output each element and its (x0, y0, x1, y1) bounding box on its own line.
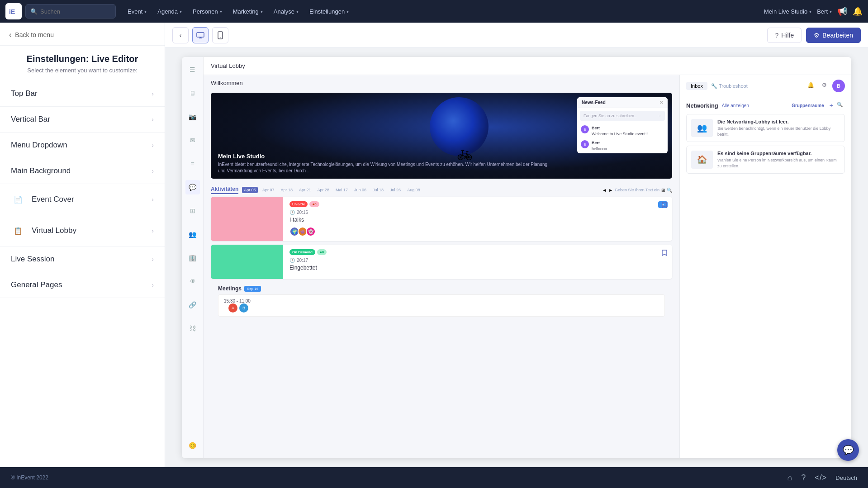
mobile-view-button[interactable] (212, 27, 228, 43)
studio-selector[interactable]: Mein Live Studio ▾ (764, 8, 811, 15)
language-selector[interactable]: Deutsch (835, 474, 857, 481)
code-footer-icon[interactable]: </> (815, 473, 826, 483)
preview-menu-icon[interactable]: ☰ (185, 62, 200, 77)
activities-prev-icon[interactable]: ◄ (602, 188, 607, 193)
menu-event[interactable]: Event ▾ (123, 5, 151, 18)
gruppenraume-tab[interactable]: Gruppenräume (788, 102, 828, 109)
home-footer-icon[interactable]: ⌂ (787, 473, 792, 483)
sidebar-items-list: Top Bar › Vertical Bar › Menu Dropdown ›… (0, 81, 165, 298)
activity-badges-2: On Demand ●0 (289, 249, 666, 255)
menu-einstellungen[interactable]: Einstellungen ▾ (305, 5, 353, 18)
sidebar-item-virtual-lobby[interactable]: 📋 Virtual Lobby › (0, 215, 165, 246)
date-tab-active[interactable]: Apr 05 (242, 187, 258, 193)
preview-building-icon[interactable]: 🏢 (185, 251, 200, 265)
count-badge-2: ●0 (317, 249, 327, 255)
search-box[interactable]: 🔍 (25, 4, 116, 19)
megaphone-icon[interactable]: 📢 (837, 6, 847, 16)
menu-analyse[interactable]: Analyse ▾ (269, 5, 303, 18)
meeting-avatar-1: A (228, 303, 237, 313)
preview-camera-icon[interactable]: 📷 (185, 109, 200, 124)
bug-icon: 🔧 (711, 83, 717, 89)
app-logo: iE (5, 3, 22, 19)
search-input[interactable] (40, 8, 111, 15)
sidebar-title: Einstellungen: Live Editor (0, 46, 165, 67)
sidebar-item-general-pages[interactable]: General Pages › (0, 272, 165, 298)
back-button[interactable]: ‹ (172, 27, 189, 43)
preview-welcome-text: Willkommen (204, 75, 679, 89)
preview-topbar-title: Virtual Lobby (211, 62, 245, 69)
preview-smiley-icon[interactable]: 😊 (185, 438, 200, 453)
activities-text-icon[interactable]: Geben Sie Ihren Text ein (615, 188, 659, 193)
troubleshoot-tab[interactable]: 🔧 Troubleshoot (711, 83, 748, 89)
edit-button[interactable]: ⚙ Bearbeiten (806, 28, 861, 43)
preview-chat-icon[interactable]: 💬 (185, 180, 200, 194)
clock-icon-2: 🕐 (289, 258, 295, 263)
inbox-tab[interactable]: Inbox (686, 82, 707, 90)
top-menu: Event ▾ Agenda ▾ Personen ▾ Marketing ▾ … (123, 5, 353, 18)
networking-link[interactable]: Alle anzeigen (722, 103, 749, 108)
date-tab-9[interactable]: Aug 08 (405, 187, 422, 193)
user-avatar-right[interactable]: B (832, 80, 845, 92)
preview-activities-section: Aktivitäten Apr 05 Apr 07 Apr 13 Apr 21 … (204, 182, 679, 321)
preview-email-icon[interactable]: ✉ (185, 133, 200, 147)
search-room-icon[interactable]: 🔍 (835, 102, 845, 109)
preview-link-icon[interactable]: 🔗 (185, 298, 200, 312)
sidebar-item-main-background[interactable]: Main Background › (0, 158, 165, 184)
sidebar-item-event-cover[interactable]: 📄 Event Cover › (0, 184, 165, 215)
preview-grid-icon[interactable]: ⊞ (185, 204, 200, 218)
date-tab-7[interactable]: Jul 13 (371, 187, 385, 193)
date-tab-8[interactable]: Jul 26 (388, 187, 403, 193)
close-icon[interactable]: ✕ (659, 100, 663, 105)
sidebar-item-menu-dropdown[interactable]: Menu Dropdown › (0, 133, 165, 158)
preview-list-icon[interactable]: ≡ (185, 156, 200, 171)
preview-networking-section: Networking Alle anzeigen Gruppenräume + … (680, 97, 851, 182)
help-footer-icon[interactable]: ? (801, 473, 806, 483)
bottom-right: ⌂ ? </> Deutsch (787, 473, 857, 483)
bell-icon[interactable]: 🔔 (853, 6, 863, 16)
topnav-right: Mein Live Studio ▾ Bert ▾ 📢 🔔 (764, 6, 863, 16)
chevron-right-icon: › (152, 196, 154, 203)
preview-chat-input[interactable]: Fangen Sie an zu schreiben... → (580, 111, 665, 121)
menu-agenda[interactable]: Agenda ▾ (153, 5, 186, 18)
bell-right-icon[interactable]: 🔔 (805, 80, 816, 90)
back-to-menu-button[interactable]: ‹ Back to menu (0, 23, 165, 46)
settings-sidebar: ‹ Back to menu Einstellungen: Live Edito… (0, 23, 165, 467)
live-badge: Live/De (289, 201, 308, 207)
date-tab-2[interactable]: Apr 13 (279, 187, 294, 193)
meeting-avatars: A B (228, 303, 659, 313)
room-info-1: Die Networking-Lobby ist leer. Sie werde… (717, 119, 840, 137)
sidebar-item-topbar[interactable]: Top Bar › (0, 81, 165, 107)
room-thumb-2: 🏠 (691, 151, 713, 169)
user-selector[interactable]: Bert ▾ (817, 8, 832, 15)
chevron-down-icon: ▾ (346, 9, 349, 14)
preview-vertical-bar: ☰ 🖥 📷 ✉ ≡ 💬 ⊞ 👥 🏢 👁 🔗 ⛓ 😊 (182, 57, 204, 458)
copyright-text: ® InEvent 2022 (11, 474, 48, 481)
activities-next-icon[interactable]: ► (608, 188, 613, 193)
sidebar-item-live-session[interactable]: Live Session › (0, 246, 165, 272)
gear-right-icon[interactable]: ⚙ (819, 80, 830, 90)
date-tab-6[interactable]: Jun 06 (352, 187, 368, 193)
chevron-right-icon: › (152, 90, 154, 97)
activities-search-icon[interactable]: 🔍 (667, 188, 672, 193)
menu-personen[interactable]: Personen ▾ (188, 5, 227, 18)
date-tab-4[interactable]: Apr 28 (315, 187, 331, 193)
preview-link2-icon[interactable]: ⛓ (185, 321, 200, 336)
sidebar-item-vertical-bar[interactable]: Vertical Bar › (0, 107, 165, 133)
desktop-view-button[interactable] (192, 27, 209, 43)
add-room-icon[interactable]: + (828, 102, 835, 109)
date-tab-3[interactable]: Apr 21 (297, 187, 313, 193)
help-button[interactable]: ? Hilfe (767, 28, 802, 43)
preview-main: Virtual Lobby Willkommen 🚲 (204, 57, 851, 458)
mini-avatar-3: 👻 (306, 227, 316, 237)
bookmark-icon-1[interactable] (661, 201, 668, 210)
date-tab-5[interactable]: Mai 17 (334, 187, 350, 193)
activities-filter-icon[interactable]: ⊞ (661, 188, 665, 193)
preview-people-icon[interactable]: 👥 (185, 227, 200, 242)
chat-widget-button[interactable]: 💬 (837, 439, 859, 461)
preview-eye-icon[interactable]: 👁 (185, 274, 200, 289)
preview-desktop-icon[interactable]: 🖥 (185, 86, 200, 100)
preview-meetings-header: Meetings Sep 16 (218, 285, 665, 292)
bookmark-icon-2[interactable] (661, 249, 668, 258)
date-tab-1[interactable]: Apr 07 (261, 187, 276, 193)
menu-marketing[interactable]: Marketing ▾ (228, 5, 267, 18)
